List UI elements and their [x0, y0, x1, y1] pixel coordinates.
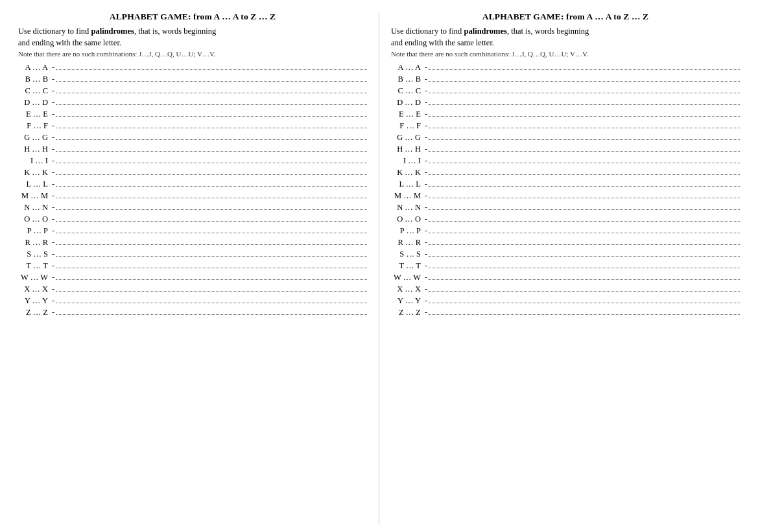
letter-label: C … C	[18, 86, 52, 96]
dash-symbol: -	[425, 110, 427, 119]
letter-label: I … I	[18, 156, 52, 166]
answer-line[interactable]	[429, 233, 740, 233]
letter-row: H … H -	[18, 145, 367, 154]
answer-line[interactable]	[429, 69, 740, 70]
letter-row: X … X -	[391, 284, 740, 294]
letter-row: X … X -	[18, 284, 367, 294]
answer-line[interactable]	[56, 104, 367, 105]
letter-row: Z … Z -	[18, 308, 367, 318]
dash-symbol: -	[52, 203, 54, 213]
answer-line[interactable]	[429, 209, 740, 210]
dash-symbol: -	[425, 238, 427, 248]
answer-line[interactable]	[429, 151, 740, 152]
answer-line[interactable]	[429, 198, 740, 198]
dash-symbol: -	[425, 156, 427, 166]
answer-line[interactable]	[429, 186, 740, 187]
answer-line[interactable]	[429, 128, 740, 128]
letter-row: K … K -	[18, 168, 367, 178]
letter-row: I … I -	[18, 156, 367, 166]
letter-row: S … S -	[391, 249, 740, 259]
letter-label: D … D	[18, 98, 52, 108]
letter-row: N … N -	[391, 203, 740, 213]
answer-line[interactable]	[429, 279, 740, 280]
answer-line[interactable]	[56, 244, 367, 245]
answer-line[interactable]	[56, 303, 367, 303]
letter-label: W … W	[391, 273, 425, 283]
answer-line[interactable]	[429, 93, 740, 93]
answer-line[interactable]	[56, 186, 367, 187]
answer-line[interactable]	[56, 93, 367, 93]
column-2: ALPHABET GAME: from A … A to Z … ZUse di…	[379, 12, 752, 526]
answer-line[interactable]	[429, 268, 740, 268]
answer-line[interactable]	[429, 139, 740, 140]
letter-label: E … E	[18, 110, 52, 119]
answer-line[interactable]	[56, 163, 367, 163]
col-title: ALPHABET GAME: from A … A to Z … Z	[18, 12, 367, 22]
dash-symbol: -	[425, 179, 427, 189]
letter-label: H … H	[18, 145, 52, 154]
answer-line[interactable]	[56, 139, 367, 140]
dash-symbol: -	[425, 296, 427, 306]
answer-line[interactable]	[429, 174, 740, 175]
answer-line[interactable]	[56, 233, 367, 233]
letter-label: I … I	[391, 156, 425, 166]
letter-label: F … F	[18, 121, 52, 131]
letter-row: R … R -	[391, 238, 740, 248]
answer-line[interactable]	[56, 256, 367, 257]
letter-row: T … T -	[18, 261, 367, 271]
col-intro: Use dictionary to find palindromes, that…	[391, 25, 740, 49]
dash-symbol: -	[52, 214, 54, 224]
dash-symbol: -	[425, 284, 427, 294]
answer-line[interactable]	[429, 81, 740, 82]
letter-label: Y … Y	[391, 296, 425, 306]
letter-label: X … X	[18, 284, 52, 294]
answer-line[interactable]	[429, 256, 740, 257]
letter-row: S … S -	[18, 249, 367, 259]
answer-line[interactable]	[56, 151, 367, 152]
answer-line[interactable]	[56, 128, 367, 128]
letter-row: O … O -	[391, 214, 740, 224]
letter-label: T … T	[18, 261, 52, 271]
letter-label: K … K	[391, 168, 425, 178]
answer-line[interactable]	[429, 116, 740, 117]
answer-line[interactable]	[56, 221, 367, 222]
column-1: ALPHABET GAME: from A … A to Z … ZUse di…	[6, 12, 379, 526]
answer-line[interactable]	[429, 291, 740, 292]
letter-label: P … P	[391, 226, 425, 236]
dash-symbol: -	[52, 156, 54, 166]
dash-symbol: -	[52, 75, 54, 84]
letter-label: H … H	[391, 145, 425, 154]
answer-line[interactable]	[429, 244, 740, 245]
dash-symbol: -	[425, 133, 427, 143]
letter-row: E … E -	[18, 110, 367, 119]
letter-row: W … W -	[391, 273, 740, 283]
letter-row: P … P -	[18, 226, 367, 236]
answer-line[interactable]	[429, 104, 740, 105]
answer-line[interactable]	[56, 268, 367, 268]
answer-line[interactable]	[56, 174, 367, 175]
letter-label: M … M	[391, 191, 425, 201]
dash-symbol: -	[425, 249, 427, 259]
letter-row: M … M -	[18, 191, 367, 201]
letter-label: S … S	[18, 249, 52, 259]
answer-line[interactable]	[56, 69, 367, 70]
letter-label: G … G	[18, 133, 52, 143]
answer-line[interactable]	[429, 163, 740, 163]
dash-symbol: -	[52, 249, 54, 259]
dash-symbol: -	[52, 110, 54, 119]
letter-label: B … B	[18, 75, 52, 84]
answer-line[interactable]	[56, 279, 367, 280]
dash-symbol: -	[425, 63, 427, 73]
answer-line[interactable]	[56, 198, 367, 198]
answer-line[interactable]	[429, 314, 740, 315]
answer-line[interactable]	[56, 81, 367, 82]
answer-line[interactable]	[56, 209, 367, 210]
answer-line[interactable]	[56, 314, 367, 315]
answer-line[interactable]	[56, 116, 367, 117]
answer-line[interactable]	[56, 291, 367, 292]
letter-label: B … B	[391, 75, 425, 84]
answer-line[interactable]	[429, 221, 740, 222]
letter-label: C … C	[391, 86, 425, 96]
answer-line[interactable]	[429, 303, 740, 303]
letter-label: R … R	[18, 238, 52, 248]
